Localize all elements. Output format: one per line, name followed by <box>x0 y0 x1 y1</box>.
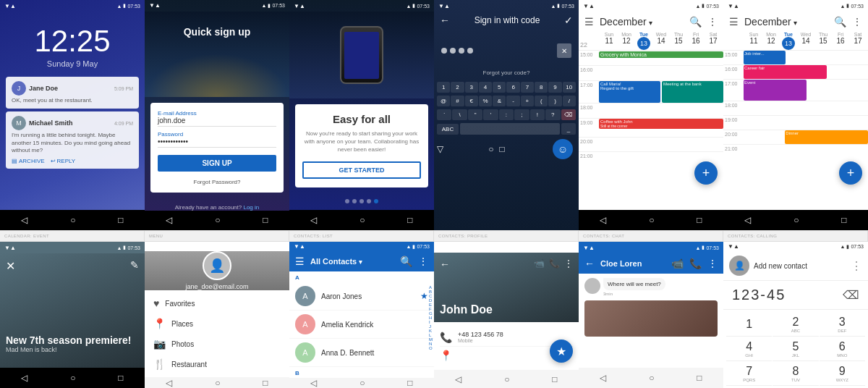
menu-icon[interactable]: ☰ <box>729 16 739 28</box>
calling-key-9[interactable]: 9 WXYZ <box>820 362 865 386</box>
calling-key-2[interactable]: 2 ABC <box>773 313 818 337</box>
home-button[interactable]: ○ <box>504 374 509 384</box>
event-grocery[interactable]: Grocery with Monica <box>599 51 723 58</box>
login-link[interactable]: Log in <box>243 204 259 211</box>
emoji-button[interactable]: ☺ <box>553 139 573 159</box>
video-icon[interactable]: 📹 <box>534 258 545 269</box>
home-button[interactable]: ○ <box>649 215 654 225</box>
more-icon[interactable]: ⋮ <box>851 259 862 273</box>
back-button[interactable]: ◁ <box>21 215 27 225</box>
menu-item-places[interactable]: 📍 Places <box>145 313 289 334</box>
key-10[interactable]: 10 <box>563 82 576 93</box>
event-orange[interactable]: Dinner <box>785 130 868 144</box>
home-button[interactable]: ○ <box>70 215 75 225</box>
forgot-code-link[interactable]: Forgot your code? <box>434 69 579 76</box>
calling-key-6[interactable]: 6 MNO <box>820 337 865 361</box>
calling-key-5[interactable]: 5 JKL <box>773 337 818 361</box>
search-icon[interactable]: 🔍 <box>834 16 846 28</box>
search-icon[interactable]: 🔍 <box>689 16 702 28</box>
reply-button[interactable]: ↩ REPLY <box>51 158 76 164</box>
call-icon[interactable]: 📞 <box>689 258 702 269</box>
home-button[interactable]: ○ <box>70 373 75 383</box>
home-button[interactable]: ○ <box>359 378 365 388</box>
archive-button[interactable]: ▤ ARCHIVE <box>12 158 45 164</box>
call-icon[interactable]: 📞 <box>549 258 560 269</box>
contact-amelia[interactable]: A Amelia Kendrick <box>289 311 434 339</box>
home-button[interactable]: ○ <box>793 215 799 225</box>
key-percent[interactable]: % <box>479 96 492 106</box>
back-button[interactable]: ◁ <box>744 215 751 225</box>
password-input[interactable]: •••••••••••• <box>158 138 276 148</box>
calendar-fab-2[interactable]: + <box>839 161 862 185</box>
dropdown-icon[interactable]: ▾ <box>793 19 797 27</box>
key-at[interactable]: @ <box>437 96 450 106</box>
menu-item-restaurant[interactable]: 🍴 Restaurant <box>145 354 289 374</box>
key-1[interactable]: 1 <box>437 82 450 93</box>
key-hash[interactable]: # <box>451 96 464 106</box>
event-job[interactable]: Job inter... <box>744 51 786 64</box>
key-amp[interactable]: & <box>493 96 506 106</box>
contact-anna[interactable]: A Anna D. Bennett <box>289 339 434 367</box>
key-question[interactable]: ? <box>545 109 560 120</box>
key-apos[interactable]: ' <box>483 109 498 120</box>
more-icon[interactable]: ⋮ <box>418 256 428 267</box>
event-meeting[interactable]: Meeting at the bank <box>662 81 723 103</box>
recent-button[interactable]: □ <box>263 215 268 225</box>
more-icon[interactable]: ⋮ <box>852 16 862 28</box>
back-button[interactable]: ◁ <box>310 378 317 388</box>
event-callmaria[interactable]: Call Maria!Regard to the gift <box>599 81 660 103</box>
key-lparen[interactable]: ( <box>535 96 548 106</box>
key-slash[interactable]: / <box>563 96 576 106</box>
back-button[interactable]: ◁ <box>600 373 606 383</box>
recent-button[interactable]: □ <box>697 373 702 383</box>
calendar-fab[interactable]: + <box>694 161 718 185</box>
edit-icon[interactable]: ✎ <box>130 259 139 271</box>
key-9[interactable]: 9 <box>548 82 561 93</box>
calling-key-1[interactable]: 1 <box>726 313 772 337</box>
more-icon[interactable]: ⋮ <box>707 258 718 269</box>
back-icon[interactable]: ← <box>440 14 450 26</box>
day-tue[interactable]: Tue 13 <box>635 32 652 50</box>
recent-button[interactable]: □ <box>118 215 123 225</box>
event-pink[interactable]: Career fair <box>744 65 827 79</box>
key-semi[interactable]: ; <box>514 109 529 120</box>
menu-item-photos[interactable]: 📷 Photos <box>145 334 289 354</box>
contact-fab[interactable]: ★ <box>550 340 573 363</box>
calling-key-4[interactable]: 4 GHI <box>726 337 772 361</box>
back-button[interactable]: ◁ <box>21 373 27 383</box>
email-input[interactable]: john.doe <box>158 117 276 127</box>
home-button[interactable]: ○ <box>359 215 365 225</box>
key-8[interactable]: 8 <box>535 82 548 93</box>
back-button[interactable]: ◁ <box>166 378 172 388</box>
recent-button[interactable]: □ <box>407 215 412 225</box>
home-button[interactable]: ○ <box>215 378 220 388</box>
key-del[interactable]: ⌫ <box>561 109 576 120</box>
back-icon[interactable]: ← <box>440 258 450 270</box>
key-2[interactable]: 2 <box>451 82 464 93</box>
key-excl[interactable]: ! <box>530 109 545 120</box>
recent-button[interactable]: □ <box>407 378 412 388</box>
calling-key-3[interactable]: 3 DEF <box>820 313 865 337</box>
menu-item-favorites[interactable]: ♥ Favorites <box>145 293 289 313</box>
key-quote[interactable]: " <box>468 109 482 120</box>
recent-button[interactable]: □ <box>841 215 846 225</box>
check-icon[interactable]: ✓ <box>564 14 573 26</box>
more-icon[interactable]: ⋮ <box>707 16 718 28</box>
key-abc[interactable]: ABC <box>437 124 459 135</box>
calling-key-8[interactable]: 8 TUV <box>773 362 818 386</box>
space-key[interactable] <box>460 123 560 135</box>
key-7[interactable]: 7 <box>521 82 534 93</box>
get-started-button[interactable]: GET STARTED <box>302 161 421 179</box>
code-clear-button[interactable]: ✕ <box>557 43 571 58</box>
calling-key-7[interactable]: 7 PQRS <box>726 362 772 386</box>
event-coffee[interactable]: Coffee with JohnStill at the corner <box>599 119 723 129</box>
key-plus[interactable]: + <box>521 96 534 106</box>
dropdown-icon[interactable]: ▾ <box>649 19 652 27</box>
signup-button[interactable]: SIGN UP <box>158 155 276 172</box>
close-icon[interactable]: ✕ <box>6 259 15 273</box>
menu-icon[interactable]: ☰ <box>584 16 594 28</box>
key-rparen[interactable]: ) <box>548 96 561 106</box>
star-icon-aaron[interactable]: ★ <box>420 291 428 301</box>
dropdown-icon[interactable]: ▾ <box>359 258 362 266</box>
key-euro[interactable]: € <box>465 96 478 106</box>
